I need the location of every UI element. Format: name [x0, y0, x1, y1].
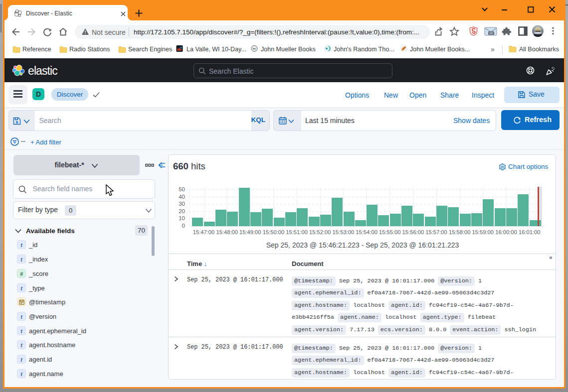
- svg-text:W: W: [253, 47, 256, 50]
